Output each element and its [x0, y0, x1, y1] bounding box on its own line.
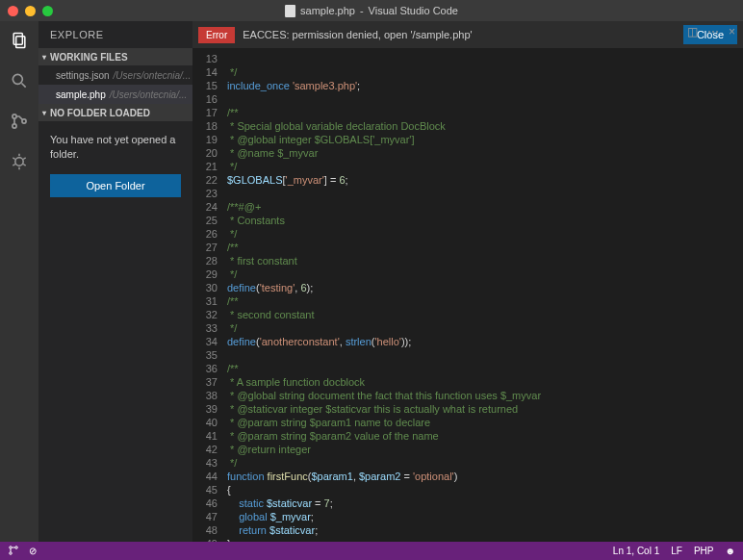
- svg-line-12: [13, 165, 15, 166]
- svg-point-7: [15, 158, 23, 165]
- svg-line-3: [22, 84, 26, 88]
- section-no-folder[interactable]: NO FOLDER LOADED: [38, 104, 192, 121]
- minimize-window-icon[interactable]: [25, 6, 36, 16]
- file-name: sample.php: [56, 89, 106, 100]
- eol-indicator[interactable]: LF: [671, 546, 682, 556]
- svg-point-4: [13, 115, 16, 118]
- more-icon[interactable]: ⋯: [707, 25, 719, 38]
- svg-line-13: [23, 158, 25, 160]
- activity-bar: [0, 21, 38, 542]
- svg-line-11: [23, 165, 25, 166]
- file-path: /Users/ontecnia/...: [114, 70, 192, 81]
- working-file-item[interactable]: sample.php /Users/ontecnia/...: [38, 85, 192, 104]
- svg-point-5: [13, 124, 16, 128]
- debug-icon[interactable]: [8, 150, 31, 173]
- git-icon[interactable]: [8, 110, 31, 133]
- notification-text: EACCES: permission denied, open '/sample…: [243, 29, 683, 40]
- cursor-position[interactable]: Ln 1, Col 1: [613, 546, 659, 556]
- svg-point-2: [13, 74, 22, 84]
- svg-point-15: [10, 551, 13, 554]
- git-branch-icon[interactable]: [8, 545, 19, 558]
- notification-bar: Error EACCES: permission denied, open '/…: [192, 21, 743, 48]
- error-count-icon[interactable]: ⊘: [29, 546, 37, 556]
- error-badge: Error: [198, 27, 235, 43]
- svg-point-16: [15, 546, 18, 548]
- svg-line-10: [13, 158, 15, 160]
- window-title-file: sample.php: [300, 5, 355, 16]
- file-name: settings.json: [56, 70, 110, 81]
- code-area[interactable]: 13 14 15 16 17 18 19 20 21 22 23 24 25 2…: [192, 48, 743, 542]
- no-folder-message: You have not yet opened a folder.: [38, 121, 192, 174]
- sidebar-header: EXPLORE: [38, 21, 192, 48]
- split-editor-icon[interactable]: ◫: [687, 25, 698, 38]
- svg-rect-1: [16, 37, 25, 48]
- close-window-icon[interactable]: [8, 6, 18, 16]
- working-file-item[interactable]: settings.json /Users/ontecnia/...: [38, 65, 192, 85]
- feedback-icon[interactable]: ☻: [725, 546, 735, 556]
- svg-point-14: [10, 546, 13, 548]
- maximize-window-icon[interactable]: [42, 6, 53, 16]
- search-icon[interactable]: [8, 69, 31, 92]
- svg-point-6: [22, 119, 26, 123]
- language-indicator[interactable]: PHP: [694, 546, 714, 556]
- status-bar: ⊘ Ln 1, Col 1 LF PHP ☻: [0, 542, 743, 560]
- file-icon: [285, 5, 295, 17]
- line-gutter: 13 14 15 16 17 18 19 20 21 22 23 24 25 2…: [192, 52, 227, 542]
- svg-rect-0: [13, 34, 22, 45]
- close-editor-icon[interactable]: ×: [729, 25, 735, 38]
- section-working-files[interactable]: WORKING FILES: [38, 48, 192, 65]
- files-icon[interactable]: [8, 29, 31, 52]
- code-lines[interactable]: */ include_once 'sample3.php'; /** * Spe…: [227, 52, 743, 542]
- sidebar: EXPLORE WORKING FILES settings.json /Use…: [38, 21, 192, 542]
- titlebar: sample.php - Visual Studio Code: [0, 0, 743, 21]
- window-title-app: Visual Studio Code: [369, 5, 458, 16]
- editor: Error EACCES: permission denied, open '/…: [192, 21, 743, 542]
- file-path: /Users/ontecnia/...: [110, 89, 188, 100]
- open-folder-button[interactable]: Open Folder: [50, 174, 181, 197]
